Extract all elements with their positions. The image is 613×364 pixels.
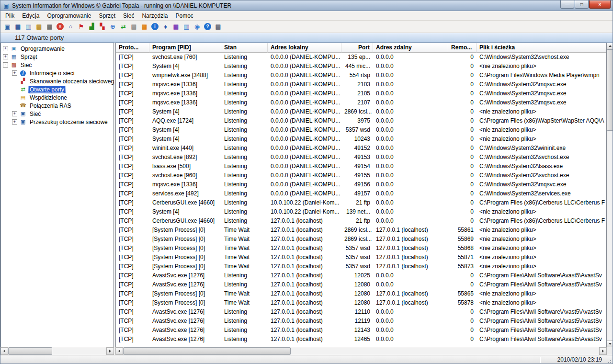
menu-sprz-t[interactable]: Sprzęt <box>95 11 119 20</box>
sidebar-item-informacje-o-sieci[interactable]: +iInformacje o sieci <box>1 69 114 77</box>
table-row[interactable]: [TCP]AvastSvc.exe [1276]Listening127.0.0… <box>116 307 606 317</box>
table-row[interactable]: [TCP][System Process] [0]Time Wait127.0.… <box>116 226 606 235</box>
tree-horizontal-scrollbar-thumb[interactable] <box>8 347 52 355</box>
expand-icon[interactable]: + <box>12 119 17 125</box>
table-row[interactable]: [TCP]AvastSvc.exe [1276]Listening127.0.0… <box>116 326 606 335</box>
sidebar-item-wsp-dzielone[interactable]: ▤Współdzielone <box>1 93 114 102</box>
column-header-program-pid[interactable]: Program [PID] <box>149 43 221 53</box>
sidebar-item-skanowanie-otoczenia-sieciowego[interactable]: ▞Skanowanie otoczenia sieciowego <box>1 77 114 85</box>
table-row[interactable]: [TCP][System Process] [0]Time Wait127.0.… <box>116 244 606 253</box>
close-button[interactable]: × <box>589 0 611 9</box>
print-icon[interactable]: ▦ <box>45 22 55 32</box>
sidebar-item-sie[interactable]: -▩Sieć <box>1 61 114 69</box>
menu-sie[interactable]: Sieć <box>119 11 138 20</box>
column-header-adres-lokalny[interactable]: Adres lokalny <box>268 43 341 53</box>
table-row[interactable]: [TCP]AvastSvc.exe [1276]Listening127.0.0… <box>116 271 606 280</box>
column-header-remo[interactable]: Remo... <box>448 43 477 53</box>
table-row[interactable]: [TCP][System Process] [0]Time Wait127.0.… <box>116 235 606 244</box>
expand-icon[interactable]: + <box>12 70 17 76</box>
search-icon[interactable]: ○ <box>66 22 76 32</box>
table-row[interactable]: [TCP]System [4]Listening0.0.0.0 (DANIEL-… <box>116 107 606 116</box>
printer-icon[interactable]: ▤ <box>213 22 223 32</box>
column-header-port[interactable]: Port <box>341 43 373 53</box>
table-row[interactable]: [TCP]AvastSvc.exe [1276]Listening127.0.0… <box>116 317 606 326</box>
table-row[interactable]: [TCP][System Process] [0]Time Wait127.0.… <box>116 253 606 262</box>
table-row[interactable]: [TCP]svchost.exe [960]Listening0.0.0.0 (… <box>116 171 606 180</box>
menu-oprogramowanie[interactable]: Oprogramowanie <box>43 11 95 20</box>
table-row[interactable]: [TCP]lsass.exe [500]Listening0.0.0.0 (DA… <box>116 162 606 171</box>
expand-icon[interactable]: + <box>3 46 8 51</box>
vertical-scrollbar-thumb[interactable] <box>607 49 613 131</box>
collapse-icon[interactable]: - <box>3 62 8 68</box>
scroll-up-button[interactable] <box>607 43 613 49</box>
table-scroll-left-button[interactable] <box>115 347 123 355</box>
table-row[interactable]: [TCP]System [4]Listening0.0.0.0 (DANIEL-… <box>116 125 606 135</box>
vertical-scrollbar[interactable] <box>607 43 613 347</box>
table-row[interactable]: [TCP]mqsvc.exe [1336]Listening0.0.0.0 (D… <box>116 180 606 189</box>
computer-icon[interactable]: ▣ <box>2 22 12 32</box>
table-row[interactable]: [TCP]CerberusGUI.exe [4660]Listening127.… <box>116 216 606 226</box>
save-icon[interactable]: ▦ <box>13 22 23 32</box>
tree-horizontal-scrollbar[interactable] <box>0 347 114 355</box>
menu-edycja[interactable]: Edycja <box>18 11 43 20</box>
menu-plik[interactable]: Plik <box>1 11 18 20</box>
transfer-icon[interactable]: ⇄ <box>118 22 128 32</box>
table-row[interactable]: [TCP]mqsvc.exe [1336]Listening0.0.0.0 (D… <box>116 98 606 107</box>
sidebar-item-sprz-t[interactable]: +▦Sprzęt <box>1 53 114 61</box>
info-icon[interactable]: i <box>151 23 159 30</box>
shield-icon[interactable]: ♦ <box>160 22 170 32</box>
sidebar-item-po-czenia-ras[interactable]: ☎Połączenia RAS <box>1 102 114 110</box>
expand-icon[interactable]: + <box>12 111 17 116</box>
table-row[interactable]: [TCP]services.exe [492]Listening0.0.0.0 … <box>116 189 606 198</box>
table-row[interactable]: [TCP]System [4]Listening0.0.0.0 (DANIEL-… <box>116 135 606 144</box>
apps-icon[interactable]: ▦ <box>171 22 181 32</box>
expand-icon[interactable]: + <box>3 54 8 59</box>
table-horizontal-scrollbar-thumb[interactable] <box>123 347 291 355</box>
column-header-stan[interactable]: Stan <box>221 43 268 53</box>
table-row[interactable]: [TCP][System Process] [0]Time Wait127.0.… <box>116 289 606 298</box>
table-scroll-right-button[interactable] <box>599 347 607 355</box>
minimize-button[interactable]: — <box>560 0 574 9</box>
table-row[interactable]: [TCP]AvastSvc.exe [1276]Listening127.0.0… <box>116 280 606 289</box>
globe-icon[interactable]: ⊕ <box>108 22 118 32</box>
sidebar-item-otwarte-porty[interactable]: ⇄Otwarte porty <box>1 85 114 93</box>
help-icon[interactable]: ? <box>204 23 211 30</box>
column-header-adres-zdalny[interactable]: Adres zdalny <box>373 43 448 53</box>
firewall-icon[interactable]: ▦ <box>139 22 149 32</box>
disc-icon[interactable]: ◉ <box>192 22 202 32</box>
stop-icon[interactable]: × <box>57 23 64 30</box>
sidebar-item-sie[interactable]: +▣Sieć <box>1 110 114 118</box>
column-header-plik-i-cie-ka[interactable]: Plik i ścieżka <box>477 43 606 53</box>
table-row[interactable]: [TCP]mqsvc.exe [1336]Listening0.0.0.0 (D… <box>116 89 606 98</box>
table-row[interactable]: [TCP]mqsvc.exe [1336]Listening0.0.0.0 (D… <box>116 80 606 89</box>
table-row[interactable]: [TCP][System Process] [0]Time Wait127.0.… <box>116 262 606 271</box>
table-horizontal-scrollbar[interactable] <box>115 347 607 355</box>
chart-icon[interactable]: ▟ <box>87 22 97 32</box>
flag-icon[interactable]: ⚑ <box>76 22 86 32</box>
flags-icon[interactable]: ▚ <box>97 22 107 32</box>
menu-pomoc[interactable]: Pomoc <box>171 11 197 20</box>
sidebar-item-przeszukuj-otoczenie-sieciowe[interactable]: +▣Przeszukuj otoczenie sieciowe <box>1 118 114 126</box>
table-row[interactable]: [TCP]System [4]Listening0.0.0.0 (DANIEL-… <box>116 62 606 71</box>
sidebar-item-oprogramowanie[interactable]: +▣Oprogramowanie <box>1 45 114 53</box>
table-row[interactable]: [TCP]wininit.exe [440]Listening0.0.0.0 (… <box>116 144 606 153</box>
table-row[interactable]: [TCP]svchost.exe [892]Listening0.0.0.0 (… <box>116 153 606 162</box>
scroll-down-button[interactable] <box>607 341 613 347</box>
table-row[interactable]: [TCP]System [4]Listening10.0.100.22 (Dan… <box>116 207 606 216</box>
column-header-proto[interactable]: Proto... <box>116 43 149 53</box>
paste-icon[interactable]: ▤ <box>34 22 44 32</box>
table-row[interactable]: [TCP]svchost.exe [760]Listening0.0.0.0 (… <box>116 53 606 62</box>
menu-narz-dzia[interactable]: Narzędzia <box>138 11 171 20</box>
document-icon[interactable]: ▤ <box>129 22 139 32</box>
table-row[interactable]: [TCP]CerberusGUI.exe [4660]Listening10.0… <box>116 198 606 207</box>
tree-scroll-left-button[interactable] <box>0 347 8 355</box>
copy-icon[interactable]: ▥ <box>23 22 34 32</box>
table-row[interactable]: [TCP]wmpnetwk.exe [3488]Listening0.0.0.0… <box>116 71 606 80</box>
tree-scroll-right-button[interactable] <box>106 347 114 355</box>
resize-grip-icon[interactable] <box>606 358 612 364</box>
database-icon[interactable]: ▥ <box>182 22 192 32</box>
table-row[interactable]: [TCP]AQQ.exe [1724]Listening0.0.0.0 (DAN… <box>116 116 606 125</box>
table-row[interactable]: [TCP][System Process] [0]Time Wait127.0.… <box>116 298 606 307</box>
maximize-button[interactable]: □ <box>575 0 589 9</box>
table-row[interactable]: [TCP]AvastSvc.exe [1276]Listening127.0.0… <box>116 335 606 344</box>
